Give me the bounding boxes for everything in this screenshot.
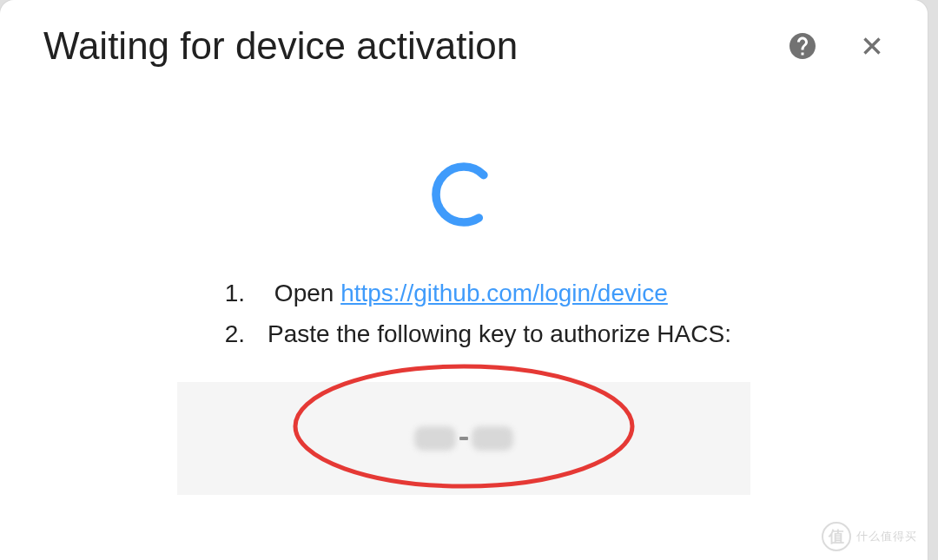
auth-code-box[interactable]: [177, 382, 750, 495]
dialog-header: Waiting for device activation: [0, 0, 928, 68]
dialog-body: Open https://github.com/login/device Pas…: [0, 68, 928, 495]
help-button[interactable]: [782, 25, 823, 67]
dialog-title: Waiting for device activation: [43, 24, 518, 68]
spinner-icon: [429, 160, 499, 229]
help-icon: [787, 30, 818, 62]
activation-dialog: Waiting for device activation Open https…: [0, 0, 928, 560]
close-icon: [857, 31, 887, 61]
github-device-link[interactable]: https://github.com/login/device: [340, 280, 668, 306]
instruction-step-1: Open https://github.com/login/device: [196, 274, 731, 313]
auth-code-redacted: [412, 425, 516, 451]
watermark-text: 什么值得买: [856, 529, 917, 544]
watermark: 值 什么值得买: [822, 522, 917, 551]
svg-point-0: [436, 167, 492, 222]
close-button[interactable]: [851, 25, 893, 67]
code-box-container: [168, 382, 759, 495]
header-actions: [782, 25, 893, 67]
instruction-step-2: Paste the following key to authorize HAC…: [196, 315, 731, 354]
watermark-icon: 值: [822, 522, 851, 551]
instructions-list: Open https://github.com/login/device Pas…: [196, 274, 731, 356]
step1-prefix: Open: [274, 280, 340, 306]
